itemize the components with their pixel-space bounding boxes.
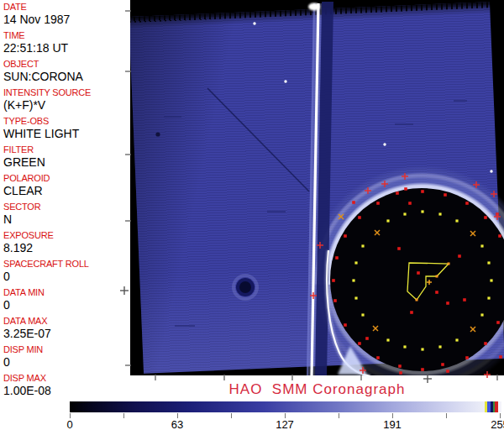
metadata-field: TYPE-OBSWHITE LIGHT (0, 114, 130, 143)
field-value: N (3, 212, 130, 227)
field-label: SECTOR (3, 202, 130, 212)
metadata-field: FILTERGREEN (0, 143, 130, 171)
metadata-field: INTENSITY SOURCE(K+F)*V (0, 86, 130, 114)
field-value: SUN:CORONA (3, 70, 130, 84)
field-value: 14 Nov 1987 (3, 13, 130, 27)
field-label: TYPE-OBS (3, 116, 130, 127)
field-value: CLEAR (3, 184, 130, 198)
metadata-field: SECTORN (0, 200, 130, 228)
field-label: INTENSITY SOURCE (3, 87, 130, 98)
colorbar-label: 127 (276, 418, 294, 430)
metadata-field: DISP MAX1.00E-08 (0, 371, 130, 400)
colorbar-tick (231, 413, 232, 418)
field-label: SPACECRAFT ROLL (3, 259, 130, 270)
colorbar-tick (123, 413, 124, 418)
metadata-field: OBJECTSUN:CORONA (0, 57, 130, 86)
field-value: 0 (3, 270, 130, 284)
field-value: WHITE LIGHT (3, 127, 130, 141)
colorbar-label: 255 (491, 418, 504, 430)
colorbar-tick (446, 413, 447, 418)
metadata-field: DISP MIN0 (0, 343, 130, 371)
metadata-field: POLAROIDCLEAR (0, 171, 130, 200)
field-value: 0 (3, 355, 130, 370)
field-value: 22:51:18 UT (3, 41, 130, 55)
metadata-sidebar: DATE14 Nov 1987TIME22:51:18 UTOBJECTSUN:… (0, 0, 130, 386)
colorbar-label: 0 (66, 418, 72, 430)
field-value: 0 (3, 298, 130, 312)
metadata-field: DATA MAX3.25E-07 (0, 314, 130, 343)
field-label: POLAROID (3, 173, 130, 184)
field-value: GREEN (3, 155, 130, 170)
metadata-field: DATE14 Nov 1987 (0, 0, 130, 29)
metadata-field: SPACECRAFT ROLL0 (0, 257, 130, 286)
page-title: HAO SMM Coronagraph (130, 381, 504, 398)
field-label: DATE (3, 2, 130, 13)
metadata-field: TIME22:51:18 UT (0, 29, 130, 57)
field-label: OBJECT (3, 59, 130, 70)
field-value: 8.192 (3, 241, 130, 255)
colorbar-label: 191 (383, 418, 402, 430)
metadata-field: EXPOSURE8.192 (0, 228, 130, 257)
field-label: DISP MIN (3, 344, 130, 355)
field-value: (K+F)*V (3, 98, 130, 113)
colorbar-label: 63 (171, 418, 183, 430)
metadata-field: DATA MIN0 (0, 286, 130, 314)
field-label: DATA MAX (3, 316, 130, 327)
intensity-colorbar (70, 401, 501, 412)
coronagraph-image-canvas[interactable] (130, 0, 504, 375)
occulter-disk (330, 188, 504, 371)
field-value: 3.25E-07 (3, 327, 130, 341)
field-label: EXPOSURE (3, 230, 130, 241)
field-label: DISP MAX (3, 373, 130, 384)
field-value: 1.00E-08 (3, 384, 130, 398)
colorbar-stripe (498, 401, 501, 412)
colorbar-tick (339, 413, 339, 418)
field-label: FILTER (3, 144, 130, 155)
field-label: DATA MIN (3, 287, 130, 298)
field-label: TIME (3, 30, 130, 41)
